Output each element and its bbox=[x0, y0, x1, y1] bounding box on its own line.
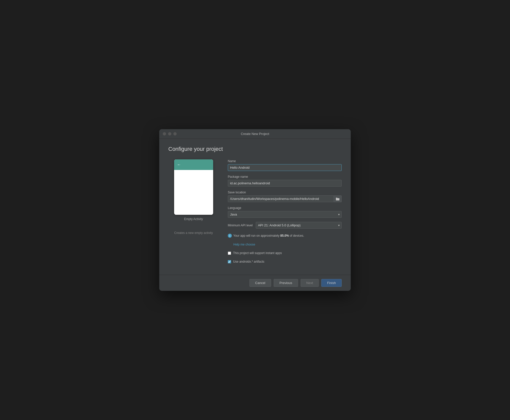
back-arrow-icon: ← bbox=[177, 162, 181, 167]
name-label: Name bbox=[228, 159, 342, 163]
title-bar: Create New Project bbox=[159, 129, 351, 139]
dialog-window: Create New Project Configure your projec… bbox=[159, 129, 351, 291]
language-select-wrapper: Java Kotlin bbox=[228, 211, 342, 218]
api-level-label: Minimum API level bbox=[228, 224, 253, 227]
androidx-label: Use androidx.* artifacts bbox=[233, 260, 264, 263]
next-button[interactable]: Next bbox=[301, 279, 319, 287]
phone-top-bar: ← bbox=[174, 159, 213, 170]
activity-description: Creates a new empty activity bbox=[174, 231, 213, 235]
instant-apps-checkbox[interactable] bbox=[228, 252, 231, 255]
phone-body bbox=[174, 170, 213, 215]
info-line: i Your app will run on approximately 85.… bbox=[228, 234, 342, 238]
info-prefix: Your app will run on approximately bbox=[233, 234, 280, 237]
name-input[interactable] bbox=[228, 164, 342, 171]
previous-button[interactable]: Previous bbox=[274, 279, 298, 287]
info-percentage: 85.0% bbox=[280, 234, 289, 237]
info-suffix: of devices. bbox=[289, 234, 304, 237]
phone-preview: ← bbox=[174, 159, 213, 215]
instant-apps-label: This project will support instant apps bbox=[233, 251, 282, 255]
package-name-field-group: Package name bbox=[228, 175, 342, 187]
finish-button[interactable]: Finish bbox=[321, 279, 342, 287]
close-button[interactable] bbox=[163, 132, 166, 135]
save-location-input[interactable] bbox=[228, 195, 334, 202]
androidx-row: Use androidx.* artifacts bbox=[228, 260, 342, 263]
package-label: Package name bbox=[228, 175, 342, 179]
window-title: Create New Project bbox=[241, 132, 269, 136]
androidx-checkbox[interactable] bbox=[228, 260, 231, 263]
info-text: Your app will run on approximately 85.0%… bbox=[233, 234, 304, 237]
browse-button[interactable] bbox=[334, 195, 342, 202]
language-label: Language bbox=[228, 206, 342, 210]
language-field-group: Language Java Kotlin bbox=[228, 206, 342, 218]
package-name-input[interactable] bbox=[228, 180, 342, 187]
api-level-row: Minimum API level API 21: Android 5.0 (L… bbox=[228, 222, 342, 229]
api-select-wrapper: API 21: Android 5.0 (Lollipop) API 22: A… bbox=[256, 222, 342, 229]
save-location-label: Save location bbox=[228, 191, 342, 194]
main-area: ← Empty Activity Creates a new empty act… bbox=[168, 159, 342, 263]
api-level-select[interactable]: API 21: Android 5.0 (Lollipop) API 22: A… bbox=[256, 222, 342, 229]
dialog-footer: Cancel Previous Next Finish bbox=[159, 275, 351, 291]
svg-rect-1 bbox=[336, 198, 337, 198]
maximize-button[interactable] bbox=[173, 132, 177, 135]
save-location-field-group: Save location bbox=[228, 191, 342, 202]
name-field-group: Name bbox=[228, 159, 342, 171]
minimize-button[interactable] bbox=[168, 132, 171, 135]
traffic-lights bbox=[163, 132, 177, 135]
activity-label: Empty Activity bbox=[184, 217, 203, 221]
cancel-button[interactable]: Cancel bbox=[249, 279, 271, 287]
left-panel: ← Empty Activity Creates a new empty act… bbox=[168, 159, 219, 235]
instant-apps-row: This project will support instant apps bbox=[228, 251, 342, 255]
save-location-input-group bbox=[228, 195, 342, 202]
folder-icon bbox=[336, 197, 339, 200]
dialog-content: Configure your project ← Empty Activity … bbox=[159, 139, 351, 270]
language-select[interactable]: Java Kotlin bbox=[228, 211, 342, 218]
right-panel: Name Package name Save location bbox=[228, 159, 342, 263]
page-title: Configure your project bbox=[168, 146, 342, 152]
info-icon: i bbox=[228, 234, 232, 238]
help-me-choose-link[interactable]: Help me choose bbox=[233, 243, 342, 246]
svg-rect-0 bbox=[336, 198, 339, 200]
